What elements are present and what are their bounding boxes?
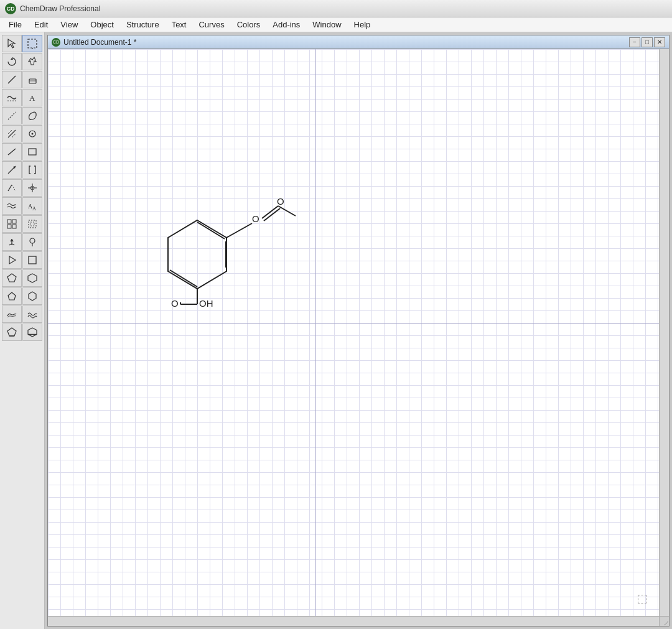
doc-window: CD Untitled Document-1 * − □ ✕ bbox=[47, 35, 670, 627]
arrow-up-tool[interactable] bbox=[2, 233, 22, 251]
menu-bar: File Edit View Object Structure Text Cur… bbox=[0, 17, 672, 32]
grid-tool[interactable] bbox=[2, 215, 22, 233]
bracket-tool[interactable] bbox=[22, 161, 42, 179]
svg-marker-39 bbox=[28, 328, 37, 337]
svg-rect-27 bbox=[29, 220, 36, 228]
dotted-rect-tool[interactable] bbox=[22, 215, 42, 233]
angle-bond-tool[interactable] bbox=[2, 179, 22, 197]
text-tool[interactable]: A bbox=[22, 89, 42, 106]
svg-rect-0 bbox=[28, 39, 37, 48]
svg-text:O: O bbox=[171, 298, 179, 309]
lasso-curve-tool[interactable] bbox=[22, 107, 42, 124]
horizontal-scrollbar[interactable] bbox=[48, 616, 659, 626]
scale-text-tool[interactable]: AA bbox=[22, 197, 42, 215]
left-toolbar: A bbox=[0, 32, 45, 629]
svg-marker-36 bbox=[29, 292, 36, 301]
menu-object[interactable]: Object bbox=[84, 17, 120, 32]
svg-line-16 bbox=[8, 185, 12, 191]
svg-line-10 bbox=[12, 134, 16, 137]
wavy-line-tool[interactable] bbox=[2, 89, 22, 106]
double-wavy-tool[interactable] bbox=[2, 197, 22, 215]
tool-row-1 bbox=[2, 35, 42, 52]
tool-row-4: A bbox=[2, 89, 42, 106]
svg-rect-23 bbox=[7, 220, 11, 223]
pentagon-filled-tool[interactable] bbox=[2, 324, 22, 341]
doc-title: Untitled Document-1 * bbox=[63, 38, 628, 47]
tool-row-10: AA bbox=[2, 197, 42, 215]
title-bar: CD ChemDraw Professional bbox=[0, 0, 672, 17]
hexagon-filled-tool[interactable] bbox=[22, 324, 42, 341]
tool-row-9 bbox=[2, 179, 42, 197]
tool-row-11 bbox=[2, 215, 42, 233]
svg-rect-26 bbox=[12, 225, 16, 228]
crosshair-tool[interactable] bbox=[22, 179, 42, 197]
svg-line-17 bbox=[12, 185, 16, 191]
horizontal-guide bbox=[48, 323, 659, 324]
doc-close-button[interactable]: ✕ bbox=[654, 37, 665, 47]
tool-row-8 bbox=[2, 161, 42, 179]
hexagon-tool[interactable] bbox=[22, 269, 42, 287]
menu-structure[interactable]: Structure bbox=[120, 17, 166, 32]
doc-restore-button[interactable]: □ bbox=[642, 37, 653, 47]
svg-line-8 bbox=[8, 130, 16, 137]
doc-minimize-button[interactable]: − bbox=[629, 37, 640, 47]
svg-marker-33 bbox=[7, 274, 16, 282]
cyclohexane-tool[interactable] bbox=[22, 287, 42, 305]
eraser-tool[interactable] bbox=[22, 71, 42, 88]
svg-line-50 bbox=[278, 206, 296, 216]
vertical-scrollbar[interactable] bbox=[659, 49, 669, 616]
menu-view[interactable]: View bbox=[54, 17, 84, 32]
svg-marker-41 bbox=[168, 220, 226, 289]
doc-titlebar: CD Untitled Document-1 * − □ ✕ bbox=[48, 35, 669, 49]
svg-point-12 bbox=[32, 133, 34, 135]
square-tool[interactable] bbox=[22, 251, 42, 269]
hatch-tool[interactable] bbox=[2, 125, 22, 142]
tool-row-14 bbox=[2, 269, 42, 287]
app-icon: CD bbox=[5, 3, 16, 14]
pentagon-tool[interactable] bbox=[2, 269, 22, 287]
atom-map-tool[interactable] bbox=[22, 125, 42, 142]
rotate-tool[interactable] bbox=[2, 53, 22, 70]
svg-text:OH: OH bbox=[199, 298, 213, 309]
svg-rect-32 bbox=[29, 256, 36, 264]
select-arrow-tool[interactable] bbox=[2, 35, 22, 52]
menu-edit[interactable]: Edit bbox=[28, 17, 54, 32]
resize-indicator bbox=[638, 595, 646, 603]
molecule-drawing: O O bbox=[141, 174, 328, 310]
svg-rect-14 bbox=[29, 149, 36, 155]
menu-curves[interactable]: Curves bbox=[192, 17, 230, 32]
play-tool[interactable] bbox=[2, 251, 22, 269]
zoom-tool[interactable] bbox=[22, 53, 42, 70]
svg-rect-24 bbox=[12, 220, 16, 223]
tool-row-6 bbox=[2, 125, 42, 142]
tool-row-16 bbox=[2, 305, 42, 323]
pin-tool[interactable] bbox=[22, 233, 42, 251]
window-resize-handle[interactable]: ⟋ bbox=[662, 618, 671, 628]
menu-file[interactable]: File bbox=[2, 17, 28, 32]
menu-addins[interactable]: Add-ins bbox=[266, 17, 306, 32]
vertical-guide bbox=[315, 49, 316, 616]
wave4-tool[interactable] bbox=[22, 305, 42, 323]
dashed-bond-tool[interactable] bbox=[2, 107, 22, 124]
rect-select-tool[interactable] bbox=[22, 143, 42, 161]
line-tool[interactable] bbox=[2, 71, 22, 88]
svg-line-2 bbox=[8, 76, 16, 83]
menu-text[interactable]: Text bbox=[166, 17, 193, 32]
app-title: ChemDraw Professional bbox=[20, 4, 100, 13]
canvas-area[interactable]: O O bbox=[48, 49, 659, 616]
svg-line-44 bbox=[170, 270, 197, 287]
menu-help[interactable]: Help bbox=[348, 17, 377, 32]
cyclopentane-tool[interactable] bbox=[2, 287, 22, 305]
tool-row-13 bbox=[2, 251, 42, 269]
bond-tool[interactable] bbox=[2, 143, 22, 161]
wave3-tool[interactable] bbox=[2, 305, 22, 323]
svg-rect-28 bbox=[30, 222, 34, 226]
svg-text:A: A bbox=[29, 93, 35, 103]
lasso-select-tool[interactable] bbox=[22, 35, 42, 52]
main-layout: A bbox=[0, 32, 672, 629]
menu-colors[interactable]: Colors bbox=[231, 17, 267, 32]
arrow-tool[interactable] bbox=[2, 161, 22, 179]
svg-text:O: O bbox=[252, 213, 259, 224]
svg-text:A: A bbox=[32, 206, 36, 212]
menu-window[interactable]: Window bbox=[306, 17, 347, 32]
